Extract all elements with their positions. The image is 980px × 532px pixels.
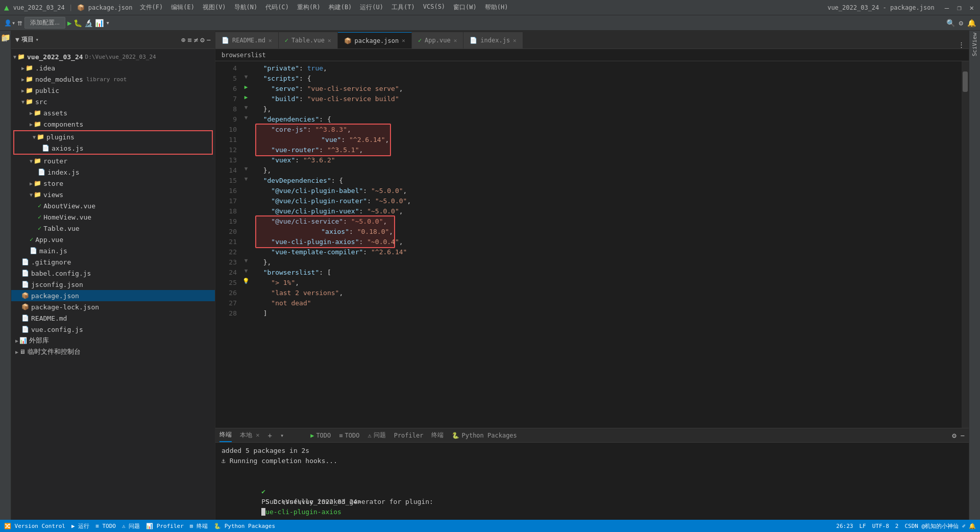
tab-close-indexjs[interactable]: ✕: [513, 37, 517, 44]
bottom-tab-todo[interactable]: ≡ TODO: [339, 428, 359, 442]
tab-indexjs[interactable]: 📄 index.js ✕: [463, 32, 523, 49]
bottom-tab-local[interactable]: 本地 ✕: [240, 431, 259, 440]
tree-item-plugins[interactable]: ▼ 📁 plugins: [14, 131, 212, 142]
status-lf[interactable]: LF: [859, 523, 866, 529]
tree-item-babelconfig[interactable]: 📄 babel.config.js: [11, 268, 215, 279]
menu-tools[interactable]: 工具(T): [388, 2, 418, 13]
activity-project[interactable]: 📁: [1, 33, 11, 42]
status-python[interactable]: 🐍 Python Packages: [214, 523, 275, 529]
tab-more[interactable]: ⋮: [954, 41, 969, 49]
tree-item-router[interactable]: ▼ 📁 router: [11, 155, 215, 166]
add-config-button[interactable]: 添加配置...: [24, 17, 65, 29]
toolbar-settings[interactable]: ⚙: [959, 19, 963, 27]
menu-build[interactable]: 构建(B): [326, 2, 355, 13]
toolbar-icon-coverage[interactable]: 🔬: [84, 19, 93, 27]
tree-item-public[interactable]: ▶ 📁 public: [11, 85, 215, 96]
scrollbar[interactable]: [962, 61, 969, 428]
sidebar-icon-collapse[interactable]: −: [207, 36, 211, 44]
tree-item-assets[interactable]: ▶ 📁 assets: [11, 107, 215, 118]
right-side-icon-1[interactable]: SciView: [971, 33, 978, 56]
tree-item-tempfiles[interactable]: ▶ 🖥 临时文件和控制台: [11, 346, 215, 357]
sidebar-icon-settings[interactable]: ⚙: [200, 36, 204, 44]
menu-refactor[interactable]: 重构(R): [294, 2, 324, 13]
tree-item-components[interactable]: ▶ 📁 components: [11, 118, 215, 130]
tree-item-store[interactable]: ▶ 📁 store: [11, 178, 215, 189]
menu-file[interactable]: 文件(F): [137, 2, 166, 13]
toolbar-icon-nav[interactable]: ⇈: [17, 18, 22, 28]
bottom-tab-terminal[interactable]: 终端: [219, 428, 232, 442]
menu-run[interactable]: 运行(U): [357, 2, 386, 13]
sidebar-icon-add[interactable]: ⊕: [181, 36, 185, 44]
sidebar-icon-list[interactable]: ≡: [187, 36, 191, 44]
sidebar-icon-diff[interactable]: ≠: [194, 36, 198, 44]
toolbar-search[interactable]: 🔍: [946, 19, 955, 27]
menu-window[interactable]: 窗口(W): [450, 2, 480, 13]
tab-appvue[interactable]: ✓ App.vue ✕: [412, 32, 463, 49]
tab-readme[interactable]: 📄 README.md ✕: [215, 32, 279, 49]
toolbar-icon-run[interactable]: ▶: [67, 19, 71, 27]
scrollbar-thumb[interactable]: [963, 71, 968, 92]
tab-table[interactable]: ✓ Table.vue ✕: [279, 32, 338, 49]
bottom-tab-problems[interactable]: ⚠ 问题: [368, 428, 385, 442]
toolbar-icon-profile[interactable]: 📊: [95, 19, 104, 27]
menu-vcs[interactable]: VCS(S): [420, 2, 448, 13]
tree-item-aboutview[interactable]: ✓ AboutView.vue: [11, 200, 215, 211]
menu-help[interactable]: 帮助(H): [482, 2, 511, 13]
minimize-button[interactable]: —: [943, 4, 951, 12]
menu-code[interactable]: 代码(C): [262, 2, 292, 13]
menu-bar[interactable]: 文件(F) 编辑(E) 视图(V) 导航(N) 代码(C) 重构(R) 构建(B…: [137, 2, 511, 13]
bottom-tab-terminal2[interactable]: 终端: [431, 428, 444, 442]
status-encoding[interactable]: UTF-8: [872, 523, 889, 529]
menu-view[interactable]: 视图(V): [200, 2, 229, 13]
status-git[interactable]: 🔀 Version Control: [4, 523, 65, 529]
status-problems[interactable]: ⚠ 问题: [122, 522, 140, 530]
code-content[interactable]: "private": true, "scripts": { "serve": "…: [251, 61, 962, 428]
close-button[interactable]: ✕: [968, 4, 976, 12]
tree-item-vueconfig[interactable]: 📄 vue.config.js: [11, 324, 215, 335]
tab-close-packagejson[interactable]: ✕: [402, 37, 405, 44]
tree-item-idea[interactable]: ▶ 📁 .idea: [11, 62, 215, 74]
sidebar-collapse[interactable]: ▼: [15, 36, 19, 43]
status-profiler[interactable]: 📊 Profiler: [146, 523, 184, 529]
status-run[interactable]: ▶ 运行: [71, 522, 89, 530]
status-spaces[interactable]: 2: [895, 523, 899, 529]
toolbar-icon-more[interactable]: ▾: [106, 19, 110, 27]
tree-item-gitignore[interactable]: 📄 .gitignore: [11, 256, 215, 268]
menu-nav[interactable]: 导航(N): [231, 2, 261, 13]
maximize-button[interactable]: ❐: [955, 4, 963, 12]
menu-edit[interactable]: 编辑(E): [168, 2, 198, 13]
status-terminal[interactable]: ⊞ 终端: [190, 522, 208, 530]
tree-root[interactable]: ▼ 📁 vue_2022_03_24 D:\Vue\vue_2022_03_24: [11, 51, 215, 62]
terminal-settings-icon[interactable]: ⚙: [952, 431, 956, 440]
toolbar-notification[interactable]: 🔔: [967, 19, 976, 27]
toolbar-icon-user[interactable]: 👤▾: [4, 19, 15, 27]
gutter-6[interactable]: ▶: [241, 82, 251, 92]
code-editor[interactable]: 4 5 6 7 8 9 10 11 12 13 14 15 16 17 18 1…: [215, 61, 969, 428]
status-todo[interactable]: ≡ TODO: [95, 523, 116, 529]
tree-item-externaldeps[interactable]: ▶ 📊 外部库: [11, 335, 215, 346]
tree-item-packagejson[interactable]: 📦 package.json: [11, 290, 215, 301]
tab-close-readme[interactable]: ✕: [268, 37, 272, 44]
tree-item-node_modules[interactable]: ▶ 📁 node_modules library root: [11, 74, 215, 85]
tree-item-jsconfig[interactable]: 📄 jsconfig.json: [11, 279, 215, 290]
tab-packagejson[interactable]: 📦 package.json ✕: [338, 32, 412, 49]
tree-item-appvue[interactable]: ✓ App.vue: [11, 234, 215, 245]
toolbar-icon-debug[interactable]: 🐛: [74, 19, 82, 27]
bottom-tab-run[interactable]: ▶ TODO: [310, 428, 331, 442]
tree-item-tablevue[interactable]: ✓ Table.vue: [11, 223, 215, 234]
tree-item-axiosjs[interactable]: 📄 axios.js: [14, 142, 212, 154]
gutter-7[interactable]: ▶: [241, 92, 251, 102]
tree-item-packagelock[interactable]: 📦 package-lock.json: [11, 301, 215, 312]
window-controls[interactable]: — ❐ ✕: [943, 4, 976, 12]
tree-item-mainjs[interactable]: 📄 main.js: [11, 245, 215, 256]
terminal-expand[interactable]: ▾: [280, 432, 284, 439]
tree-item-views[interactable]: ▼ 📁 views: [11, 189, 215, 200]
tree-item-readmemd[interactable]: 📄 README.md: [11, 312, 215, 324]
tree-item-src[interactable]: ▼ 📁 src: [11, 96, 215, 107]
sidebar-dropdown[interactable]: ▾: [36, 37, 39, 42]
tab-close-appvue[interactable]: ✕: [454, 37, 457, 44]
terminal-minimize-icon[interactable]: −: [961, 431, 965, 440]
tree-item-router-index[interactable]: 📄 index.js: [11, 166, 215, 178]
status-line-col[interactable]: 26:23: [836, 523, 853, 529]
tab-close-table[interactable]: ✕: [328, 37, 331, 44]
